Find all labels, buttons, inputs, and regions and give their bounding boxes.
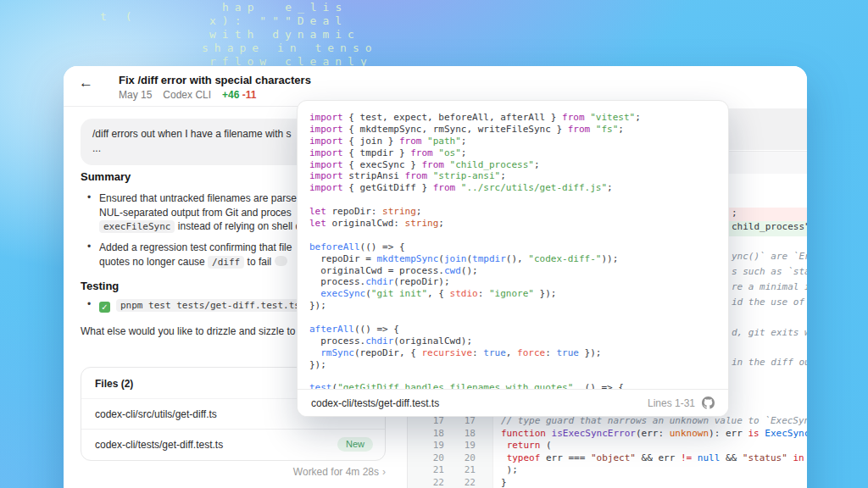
code-token: Added a regression test confirming that … <box>99 241 292 253</box>
code-token: repoDir: <box>332 206 383 217</box>
code-token: && err <box>636 452 681 463</box>
code-token: ExecSyncError <box>765 428 807 439</box>
code-token: { getGitDiff } <box>348 182 432 193</box>
code-preview-body[interactable]: import { test, expect, beforeAll, afterA… <box>309 112 723 389</box>
code-token: : <box>472 347 483 358</box>
code-token: "git init" <box>371 288 427 299</box>
code-line: execSync("git init", { stdio: "ignore" }… <box>309 288 723 300</box>
code-token: let <box>309 206 332 217</box>
bullet-line: NUL-separated output from Git and proces <box>99 206 301 220</box>
screen: t (hap e_lisx): """Dealwith dynamicshape… <box>0 0 868 488</box>
line-number: 18 <box>408 428 444 439</box>
line-number: 22 <box>444 477 476 488</box>
code-token: ); <box>501 464 518 475</box>
line-number: 21 <box>408 464 444 475</box>
github-icon[interactable] <box>702 396 715 409</box>
code-token: ; <box>416 206 422 217</box>
code-token: ( <box>438 253 444 264</box>
code-token: from <box>568 124 596 135</box>
deletions-count: -11 <box>242 89 257 101</box>
line-number: 21 <box>444 464 476 475</box>
bullet-line: Added a regression test confirming that … <box>99 241 292 255</box>
line-number: 20 <box>408 452 444 463</box>
code-line: rmSync(repoDir, { recursive: true, force… <box>309 347 723 359</box>
code-token: (repoDir, { <box>354 347 421 358</box>
code-token <box>309 288 320 299</box>
code-token: from <box>562 112 590 123</box>
inline-code-chip[interactable]: pnpm test tests/get-diff.test.ts <box>116 299 304 312</box>
line-number: 19 <box>444 440 476 451</box>
code-token: "getGitDiff handles filenames with quote… <box>337 382 573 389</box>
file-path: codex-cli/src/utils/get-diff.ts <box>95 408 217 420</box>
code-token: ; <box>635 112 641 123</box>
code-token: ; <box>732 208 737 219</box>
code-token: { tmpdir } <box>348 147 410 158</box>
code-token: (() => { <box>354 324 399 335</box>
code-line: originalCwd = process.cwd(); <box>309 265 723 277</box>
code-token: "vitest" <box>590 112 635 123</box>
code-token: tmpdir <box>472 253 506 264</box>
code-token: instead of relying on shell q <box>175 220 301 232</box>
code-token: typeof <box>507 452 541 463</box>
diff-code-row: 2222} <box>408 477 807 488</box>
code-token: , () => { <box>573 382 624 389</box>
file-row[interactable]: codex-cli/tests/get-diff.test.ts New <box>81 429 385 459</box>
code-token: ync()` are `Err <box>732 251 807 262</box>
background-code-text: with dynamic <box>209 28 360 41</box>
code-token: unknown <box>670 428 709 439</box>
task-meta: May 15 Codex CLI +46 -11 <box>119 89 256 101</box>
code-token: ; <box>534 159 540 170</box>
preview-file-path: codex-cli/tests/get-diff.test.ts <box>311 397 439 409</box>
code-token: err === <box>540 452 591 463</box>
code-line: repoDir = mkdtempSync(join(tmpdir(), "co… <box>309 253 723 265</box>
inline-code-chip[interactable]: execFileSync <box>99 220 175 233</box>
bullet-line: Ensured that untracked filenames are par… <box>99 191 301 206</box>
code-token: string <box>405 218 439 229</box>
bullet-line: execFileSync instead of relying on shell… <box>99 219 301 234</box>
code-token: "codex-diff-" <box>528 253 601 264</box>
code-token: ; <box>461 136 467 147</box>
code-token: er <box>804 452 807 463</box>
code-token: from <box>433 182 461 193</box>
task-date: May 15 <box>119 89 152 101</box>
diff-stats: +46 -11 <box>222 89 256 101</box>
code-line: process.chdir(repoDir); <box>309 276 723 288</box>
code-token: }); <box>309 359 326 370</box>
code-token: import <box>309 182 348 193</box>
testing-bullet[interactable]: • ✓pnpm test tests/get-diff.test.ts› <box>87 298 313 313</box>
code-token <box>501 452 507 463</box>
code-preview-popover: import { test, expect, beforeAll, afterA… <box>297 100 729 417</box>
code-line: let originalCwd: string; <box>309 218 723 230</box>
code-token: "os" <box>438 147 461 158</box>
lines-range-label: Lines 1-31 <box>648 397 695 409</box>
prompt-text: /diff errors out when I have a filename … <box>92 127 303 141</box>
code-token: }); <box>579 347 602 358</box>
new-file-badge: New <box>337 437 373 452</box>
code-token: (originalCwd); <box>393 336 472 347</box>
worked-duration-link[interactable]: Worked for 4m 28s› <box>81 466 386 478</box>
code-token: { test, expect, beforeAll, afterAll } <box>348 112 562 123</box>
code-token: id the use of ` <box>732 297 807 308</box>
reference-chip[interactable] <box>275 256 287 266</box>
code-token: ): err <box>709 428 748 439</box>
code-line: import { join } from "path"; <box>309 136 723 147</box>
code-line: afterAll(() => { <box>309 324 723 336</box>
task-app: Codex CLI <box>163 89 211 101</box>
code-line: process.chdir(originalCwd); <box>309 336 723 347</box>
prompt-ellipsis: ... <box>92 141 303 156</box>
background-code-text: t ( <box>100 10 137 23</box>
inline-code-chip[interactable]: /diff <box>208 256 244 269</box>
code-token: from <box>399 136 427 147</box>
diff-code-text: } <box>476 477 507 488</box>
code-token: (repoDir); <box>393 276 449 287</box>
diff-code-row: 1818function isExecSyncError(err: unknow… <box>408 428 807 441</box>
line-number: 19 <box>408 440 444 451</box>
code-token: null <box>698 452 721 463</box>
preview-lines-info: Lines 1-31 <box>648 396 715 409</box>
code-token: , <box>506 347 517 358</box>
code-token: : <box>545 347 556 358</box>
user-prompt-bubble[interactable]: /diff errors out when I have a filename … <box>81 119 315 165</box>
code-line: import { execSync } from "child_process"… <box>309 159 723 171</box>
back-button[interactable]: ← <box>79 75 93 92</box>
bullet-line: quotes no longer cause /diff to fail <box>99 255 292 269</box>
